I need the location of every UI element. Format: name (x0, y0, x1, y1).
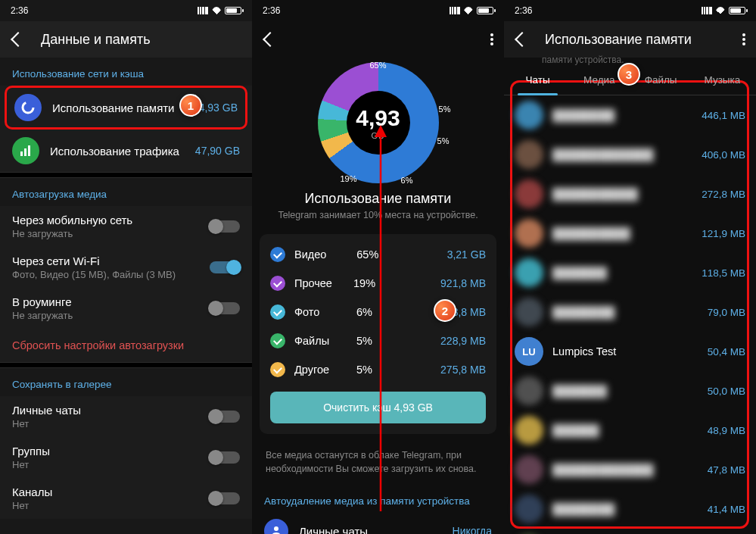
donut-total: 4,93 (356, 105, 400, 131)
category-value: 3,21 GB (447, 248, 486, 261)
chat-size: 272,8 MB (702, 189, 745, 200)
row-label: Использование памяти (52, 101, 188, 114)
chat-row[interactable]: █████████████ 47,8 MB (504, 450, 756, 489)
row-mobile-network[interactable]: Через мобильную сетьНе загружать (0, 206, 252, 247)
svg-point-0 (23, 102, 33, 113)
toggle[interactable] (210, 261, 240, 273)
tab-музыка[interactable]: Музыка (692, 65, 753, 95)
page-title: Использование памяти (545, 32, 726, 48)
tab-чаты[interactable]: Чаты (507, 65, 568, 95)
avatar (515, 298, 543, 326)
svg-rect-1 (20, 151, 23, 156)
pie-icon (14, 94, 42, 121)
back-icon[interactable] (515, 33, 528, 46)
chat-row[interactable]: ████████ 446,1 MB (504, 95, 756, 135)
row-roaming[interactable]: В роумингеНе загружать (0, 288, 252, 329)
annotation-badge-2: 2 (434, 299, 456, 322)
category-value: 275,8 MB (440, 364, 486, 376)
chat-name: ████████ (552, 109, 692, 121)
row-gallery-private[interactable]: Личные чатыНет (0, 396, 252, 437)
row-storage-usage[interactable]: Использование памяти 4,93 GB (5, 86, 247, 130)
menu-icon[interactable] (490, 33, 493, 45)
category-name: Фото (294, 306, 344, 318)
chat-row[interactable]: ██████ 48,9 MB (504, 411, 756, 450)
row-autodelete-private[interactable]: Личные чаты Никогда (264, 513, 492, 534)
chat-row[interactable]: ███████ 50,0 MB (504, 371, 756, 411)
annotation-badge-3: 3 (618, 63, 640, 86)
toggle[interactable] (210, 451, 240, 464)
chat-name: ███████ (552, 267, 692, 279)
row-traffic-usage[interactable]: Использование трафика 47,90 GB (0, 130, 252, 172)
category-value: 228,9 MB (440, 335, 486, 347)
category-row[interactable]: Файлы 5% 228,9 MB (260, 326, 496, 355)
status-time: 2:36 (11, 5, 28, 16)
category-row[interactable]: Прочее 19% 921,8 MB (260, 269, 496, 298)
battery-icon (477, 7, 493, 14)
avatar: LU (515, 337, 543, 366)
category-name: Другое (294, 364, 344, 376)
row-gallery-groups[interactable]: ГруппыНет (0, 437, 252, 478)
check-icon[interactable] (270, 333, 285, 348)
row-value: Никогда (453, 525, 492, 534)
toggle[interactable] (210, 411, 240, 423)
screenshot-2: 2 2:36 65% 5% 5% 6% 19% 4,93 GB Использо… (252, 0, 504, 534)
menu-icon[interactable] (742, 33, 745, 45)
svg-rect-2 (24, 148, 26, 156)
category-row[interactable]: Фото 6% 283,8 MB (260, 298, 496, 326)
section-header-autodelete: Автоудаление медиа из памяти устройства (264, 489, 492, 513)
chat-row[interactable]: ████████ 79,0 MB (504, 292, 756, 332)
wifi-icon (463, 7, 474, 14)
row-label: Личные чаты (12, 404, 199, 417)
back-icon[interactable] (11, 33, 24, 46)
row-label: Группы (12, 445, 199, 457)
svg-rect-3 (28, 145, 30, 156)
category-name: Видео (294, 248, 344, 261)
category-row[interactable]: Другое 5% 275,8 MB (260, 355, 496, 384)
chat-size: 41,4 MB (708, 504, 745, 515)
row-sub: Не загружать (12, 310, 199, 321)
check-icon[interactable] (270, 304, 285, 320)
category-row[interactable]: Видео 65% 3,21 GB (260, 240, 496, 269)
row-sub: Нет (12, 500, 199, 511)
signal-icon (702, 7, 712, 14)
back-icon[interactable] (263, 33, 276, 46)
categories-card: Видео 65% 3,21 GB Прочее 19% 921,8 MB Фо… (260, 234, 496, 434)
row-label: Через сети Wi-Fi (12, 255, 199, 267)
row-gallery-channels[interactable]: КаналыНет (0, 478, 252, 519)
chat-name: ███████████ (552, 188, 692, 200)
row-label: Через мобильную сеть (12, 214, 199, 226)
category-pct: 65% (356, 248, 378, 261)
check-icon[interactable] (270, 362, 285, 377)
chat-row[interactable]: ██████████ 121,9 MB (504, 214, 756, 253)
chat-size: 446,1 MB (702, 110, 745, 121)
row-sub: Фото, Видео (15 MB), Файлы (3 MB) (12, 269, 199, 280)
clear-cache-button[interactable]: Очистить кэш 4,93 GB (270, 392, 486, 423)
chat-name: ██████ (552, 424, 698, 436)
chat-row[interactable]: ███████ 118,5 MB (504, 253, 756, 292)
check-icon[interactable] (270, 247, 285, 262)
row-label: Использование трафика (50, 145, 185, 158)
chat-size: 121,9 MB (702, 228, 745, 239)
usage-subtitle: Telegram занимает 10% места на устройств… (252, 210, 504, 220)
row-value: 4,93 GB (199, 101, 238, 114)
avatar (515, 140, 543, 169)
toggle[interactable] (210, 220, 240, 233)
avatar (515, 219, 543, 248)
toggle[interactable] (210, 302, 240, 314)
row-sub: Не загружать (12, 228, 199, 239)
screenshot-1: 1 2:36 Данные и память Использование сет… (0, 0, 252, 534)
check-icon[interactable] (270, 276, 285, 291)
toggle[interactable] (210, 492, 240, 504)
row-sub: Нет (12, 418, 199, 429)
chat-size: 48,9 MB (708, 425, 745, 436)
chat-row[interactable]: LU Lumpics Test 50,4 MB (504, 332, 756, 371)
chat-row[interactable]: ███████████ 272,8 MB (504, 174, 756, 214)
reset-autoload-link[interactable]: Сбросить настройки автозагрузки (0, 329, 252, 362)
status-time: 2:36 (515, 5, 532, 16)
row-wifi[interactable]: Через сети Wi-FiФото, Видео (15 MB), Фай… (0, 247, 252, 288)
chat-row[interactable]: ████████ 41,4 MB (504, 489, 756, 529)
chat-row[interactable]: ███████████ 37,7 MB (504, 529, 756, 534)
page-title: Данные и память (41, 32, 241, 48)
chat-row[interactable]: █████████████ 406,0 MB (504, 135, 756, 174)
row-label: В роуминге (12, 295, 199, 308)
